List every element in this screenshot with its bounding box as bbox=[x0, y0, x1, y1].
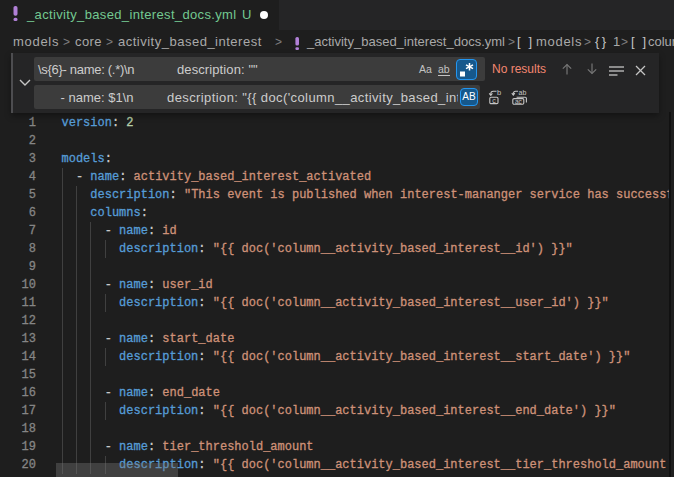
svg-text:ab: ab bbox=[519, 89, 527, 96]
svg-text:ac: ac bbox=[515, 98, 523, 105]
svg-text:c: c bbox=[492, 97, 496, 104]
svg-text:b: b bbox=[497, 89, 501, 97]
